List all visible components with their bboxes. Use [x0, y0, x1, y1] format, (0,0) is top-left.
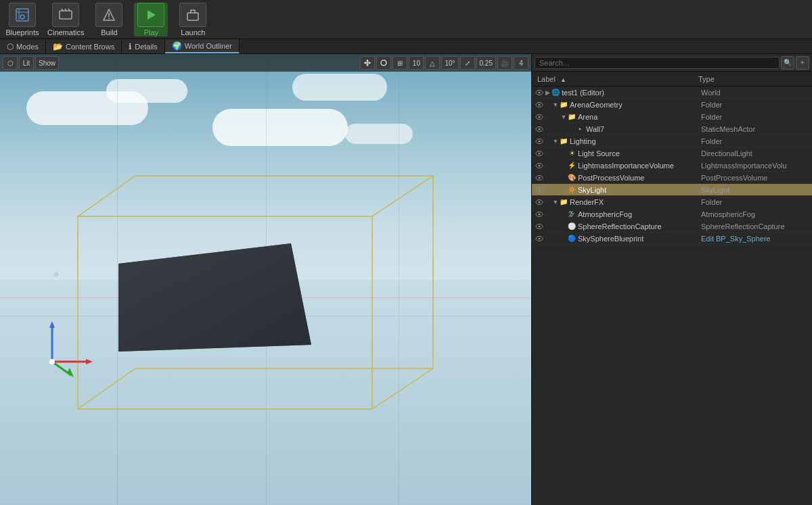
tree-row-lighting[interactable]: ▼📁LightingFolder — [532, 135, 812, 147]
show-btn[interactable]: Show — [35, 56, 59, 70]
svg-marker-33 — [366, 64, 369, 66]
tab-world-outliner[interactable]: 🌍 World Outliner — [165, 39, 240, 53]
tab-modes[interactable]: ⬡ Modes — [0, 39, 46, 53]
launch-button[interactable]: Launch — [176, 3, 210, 37]
expand-toggle-test1[interactable]: ▶ — [544, 89, 551, 96]
expand-toggle-lighting[interactable]: ▼ — [552, 138, 559, 145]
visibility-toggle-atmo-fog[interactable] — [535, 210, 544, 219]
visibility-toggle-arena-geometry[interactable] — [535, 100, 544, 110]
svg-point-36 — [381, 60, 386, 66]
row-label-skylight: SkyLight — [578, 186, 701, 194]
visibility-toggle-sphere-reflect[interactable] — [535, 222, 544, 231]
world-outliner-icon: 🌍 — [172, 41, 182, 51]
svg-marker-24 — [49, 321, 55, 328]
play-icon — [137, 3, 164, 27]
scale-value-btn[interactable]: 0.25 — [476, 56, 496, 70]
search-button[interactable]: 🔍 — [781, 56, 794, 70]
tab-details[interactable]: ℹ Details — [122, 39, 165, 53]
camera-speed-btn[interactable]: 🎥 — [497, 56, 512, 70]
outliner-tree[interactable]: ▶🌐test1 (Editor)World▼📁ArenaGeometryFold… — [532, 87, 812, 505]
svg-line-14 — [78, 176, 135, 216]
svg-line-15 — [372, 176, 433, 216]
svg-marker-11 — [148, 10, 156, 20]
viewport-toolbar: ⬡ Lit Show ⊞ 10 △ 10° ⤢ 0.25 🎥 4 — [0, 54, 531, 72]
svg-marker-35 — [369, 62, 371, 64]
visibility-toggle-renderfx[interactable] — [535, 197, 544, 207]
tree-row-renderfx[interactable]: ▼📁RenderFXFolder — [532, 196, 812, 208]
tree-row-test1[interactable]: ▶🌐test1 (Editor)World — [532, 87, 812, 99]
row-type-sky-sphere[interactable]: Edit BP_Sky_Sphere — [701, 235, 809, 243]
row-label-atmo-fog: AtmosphericFog — [578, 210, 701, 218]
tree-row-postprocess-vol[interactable]: 🎨PostProcessVolumePostProcessVolume — [532, 172, 812, 184]
row-label-renderfx: RenderFX — [570, 198, 701, 206]
tree-row-arena[interactable]: ▼📁ArenaFolder — [532, 111, 812, 123]
translate-mode-btn[interactable] — [360, 56, 375, 70]
grid-snap-btn[interactable]: ⊞ — [392, 56, 407, 70]
details-icon: ℹ — [129, 42, 132, 51]
filter-button[interactable]: + — [796, 56, 809, 70]
row-icon-arena: 📁 — [567, 112, 577, 122]
tree-row-wall7[interactable]: ▪Wall7StaticMeshActor — [532, 123, 812, 135]
camera-speed-value[interactable]: 4 — [514, 56, 528, 70]
rotate-mode-btn[interactable] — [376, 56, 391, 70]
angle-snap-btn[interactable]: △ — [425, 56, 440, 70]
row-type-renderfx: Folder — [701, 198, 809, 206]
visibility-toggle-test1[interactable] — [535, 88, 544, 97]
svg-point-29 — [49, 359, 55, 364]
play-button[interactable]: Play — [134, 3, 168, 37]
svg-point-46 — [539, 140, 541, 142]
visibility-toggle-lighting[interactable] — [535, 137, 544, 146]
svg-point-50 — [539, 164, 541, 166]
visibility-toggle-postprocess-vol[interactable] — [535, 173, 544, 183]
row-icon-sphere-reflect: ⚪ — [567, 222, 577, 231]
tree-row-sky-sphere[interactable]: 🔵SkySphereBlueprintEdit BP_Sky_Sphere — [532, 233, 812, 245]
tree-row-light-source[interactable]: ☀Light SourceDirectionalLight — [532, 147, 812, 160]
tab-content-browser[interactable]: 📂 Content Brows — [46, 39, 122, 53]
svg-rect-4 — [60, 11, 72, 19]
grid-value-btn[interactable]: 10 — [409, 56, 424, 70]
row-type-sphere-reflect: SphereReflectionCapture — [701, 222, 809, 231]
row-label-arena-geometry: ArenaGeometry — [570, 101, 701, 109]
main-toolbar: Blueprints Cinematics Build — [0, 0, 812, 39]
tree-row-lightmass-vol[interactable]: ⚡LightmassImportanceVolumeLightmassImpor… — [532, 160, 812, 172]
row-type-atmo-fog: AtmosphericFog — [701, 210, 809, 218]
svg-point-58 — [539, 213, 541, 215]
expand-toggle-arena[interactable]: ▼ — [560, 114, 567, 120]
search-input[interactable] — [535, 57, 780, 69]
tree-row-atmo-fog[interactable]: 🌫AtmosphericFogAtmosphericFog — [532, 208, 812, 220]
svg-line-18 — [372, 368, 433, 409]
row-type-lighting: Folder — [701, 137, 809, 145]
scale-snap-btn[interactable]: ⤢ — [460, 56, 475, 70]
build-button[interactable]: Build — [92, 3, 126, 37]
visibility-toggle-lightmass-vol[interactable] — [535, 161, 544, 170]
expand-toggle-arena-geometry[interactable]: ▼ — [552, 101, 559, 108]
lit-btn[interactable]: Lit — [19, 56, 34, 70]
visibility-toggle-sky-sphere[interactable] — [535, 234, 544, 243]
tab-bar: ⬡ Modes 📂 Content Brows ℹ Details 🌍 Worl… — [0, 39, 812, 54]
row-type-wall7: StaticMeshActor — [701, 125, 809, 133]
blueprints-button[interactable]: Blueprints — [5, 3, 39, 37]
cinematics-button[interactable]: Cinematics — [47, 3, 84, 37]
visibility-toggle-skylight[interactable] — [535, 185, 544, 195]
tree-row-sphere-reflect[interactable]: ⚪SphereReflectionCaptureSphereReflection… — [532, 220, 812, 233]
type-column-header[interactable]: Type — [698, 75, 807, 83]
svg-marker-26 — [86, 359, 93, 364]
visibility-toggle-arena[interactable] — [535, 112, 544, 122]
angle-value-btn[interactable]: 10° — [441, 56, 458, 70]
perspective-btn[interactable]: ⬡ — [3, 56, 18, 70]
visibility-toggle-light-source[interactable] — [535, 149, 544, 158]
row-type-arena-geometry: Folder — [701, 101, 809, 109]
tree-row-arena-geometry[interactable]: ▼📁ArenaGeometryFolder — [532, 99, 812, 111]
visibility-toggle-wall7[interactable] — [535, 124, 544, 134]
viewport[interactable]: ⊕ ⬡ Lit Show ⊞ 10 △ 10° ⤢ 0.25 🎥 4 — [0, 54, 531, 505]
label-column-header[interactable]: Label ▲ — [537, 75, 698, 83]
tree-row-skylight[interactable]: 🔆SkyLightSkyLight — [532, 184, 812, 196]
svg-point-62 — [539, 237, 541, 239]
expand-toggle-renderfx[interactable]: ▼ — [552, 199, 559, 206]
row-icon-skylight: 🔆 — [567, 185, 577, 195]
svg-point-44 — [539, 128, 541, 130]
grid-v-1 — [117, 54, 118, 505]
svg-marker-34 — [364, 62, 366, 64]
scene-3d: ⊕ — [0, 54, 531, 505]
svg-marker-32 — [366, 59, 369, 62]
